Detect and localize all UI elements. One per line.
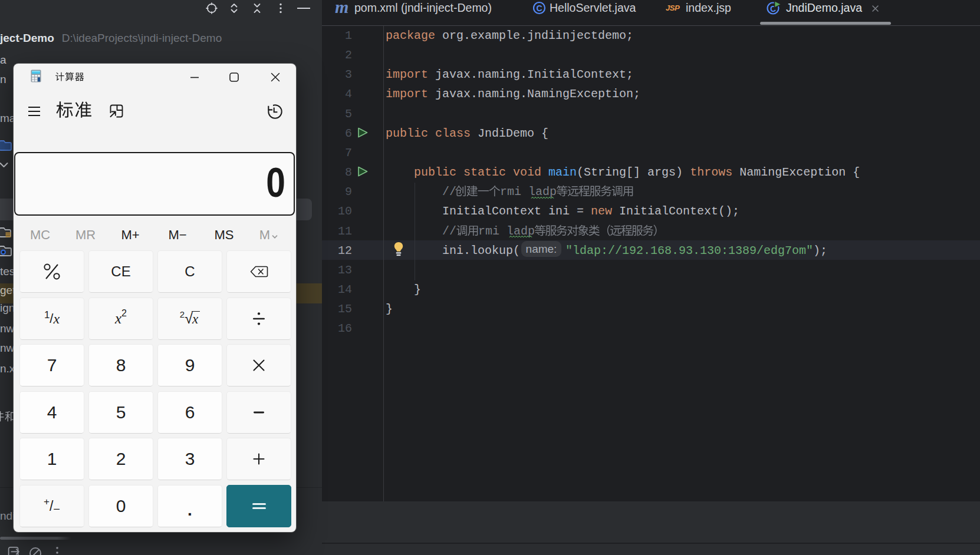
svg-text:C: C xyxy=(536,4,542,13)
